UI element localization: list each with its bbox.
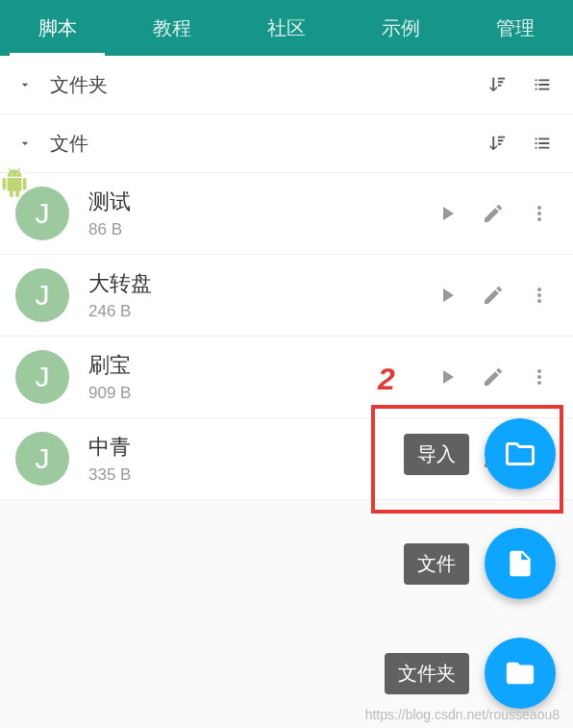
more-icon[interactable] [521, 195, 558, 232]
sort-icon[interactable] [481, 69, 511, 100]
tab-script[interactable]: 脚本 [0, 0, 114, 56]
avatar: J [15, 268, 69, 322]
watermark: https://blog.csdn.net/rousseaou8 [365, 707, 560, 722]
file-item[interactable]: J 大转盘 246 B [0, 255, 573, 337]
fab-menu: 导入 文件 文件夹 [385, 418, 556, 709]
sort-icon[interactable] [481, 128, 511, 159]
edit-icon[interactable] [475, 359, 511, 395]
fab-file-label: 文件 [404, 543, 469, 585]
more-icon[interactable] [521, 277, 558, 314]
fab-import-label: 导入 [404, 434, 469, 475]
file-name: 中青 [88, 433, 419, 462]
fab-folder-button[interactable] [485, 638, 556, 709]
fab-folder-label: 文件夹 [385, 653, 469, 694]
play-icon[interactable] [429, 359, 465, 395]
folder-section-header[interactable]: 文件夹 [0, 56, 573, 114]
file-name: 测试 [88, 188, 419, 216]
annotation-number: 2 [378, 362, 395, 397]
list-icon[interactable] [527, 128, 558, 159]
file-size: 335 B [88, 465, 419, 485]
chevron-down-icon [15, 134, 35, 153]
more-icon[interactable] [521, 359, 558, 395]
chevron-down-icon [15, 75, 35, 94]
avatar: J [15, 350, 69, 404]
file-section-label: 文件 [50, 131, 465, 157]
file-size: 909 B [88, 384, 419, 403]
file-item[interactable]: J 测试 86 B [0, 173, 573, 255]
android-overlay-icon [0, 168, 29, 216]
tab-community[interactable]: 社区 [229, 0, 343, 56]
list-icon[interactable] [527, 69, 558, 100]
file-name: 刷宝 [88, 351, 419, 380]
fab-file-button[interactable] [485, 528, 556, 599]
play-icon[interactable] [429, 277, 465, 314]
file-section-header[interactable]: 文件 [0, 114, 573, 173]
file-name: 大转盘 [88, 269, 419, 298]
edit-icon[interactable] [475, 195, 511, 232]
edit-icon[interactable] [475, 277, 511, 314]
file-item[interactable]: J 刷宝 909 B [0, 337, 573, 418]
play-icon[interactable] [429, 195, 465, 232]
tab-tutorial[interactable]: 教程 [114, 0, 229, 56]
fab-import-button[interactable] [485, 418, 556, 490]
file-size: 246 B [88, 302, 419, 321]
tab-bar: 脚本 教程 社区 示例 管理 [0, 0, 573, 56]
tab-manage[interactable]: 管理 [459, 0, 573, 56]
tab-example[interactable]: 示例 [344, 0, 459, 56]
avatar: J [15, 432, 69, 486]
file-size: 86 B [88, 220, 419, 239]
folder-section-label: 文件夹 [50, 72, 465, 98]
